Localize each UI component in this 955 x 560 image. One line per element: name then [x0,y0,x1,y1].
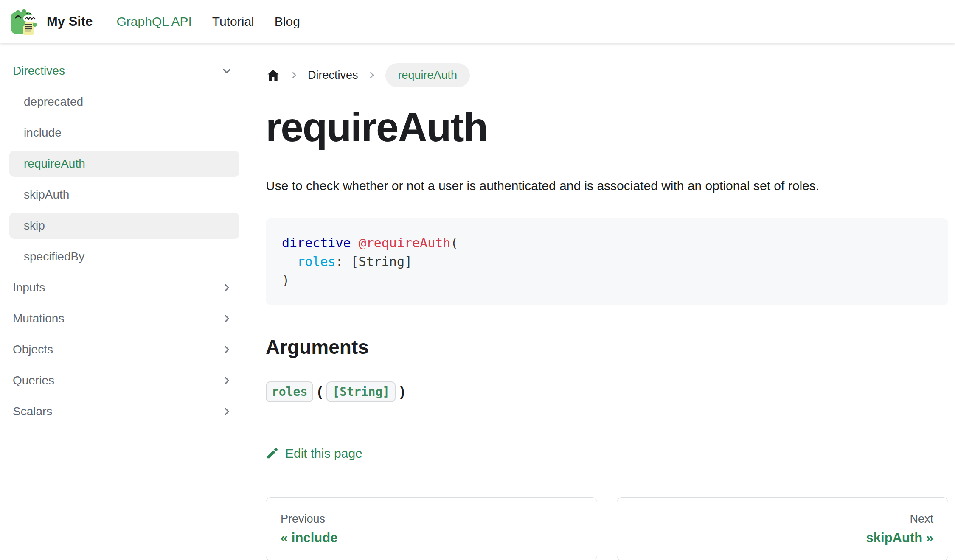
sidebar-category-objects[interactable]: Objects [9,336,239,363]
sidebar: Directives deprecated include requireAut… [0,43,251,560]
code-token-keyword: directive [282,235,351,250]
paren-open: ( [316,384,324,400]
breadcrumb: Directives requireAuth [266,63,948,87]
sidebar-item-label: specifiedBy [24,250,233,263]
chevron-right-icon[interactable] [221,406,233,417]
code-token-attr-name: roles [297,254,335,269]
sidebar-category-label: Inputs [13,281,221,294]
sidebar-category-queries[interactable]: Queries [9,367,239,394]
sidebar-item-label: deprecated [24,95,233,109]
code-token-plain [351,235,359,250]
code-token-directive-name: @requireAuth [359,235,451,250]
sidebar-category-label: Directives [13,64,221,78]
sidebar-category-directives[interactable]: Directives [9,58,239,84]
breadcrumb-current-page: requireAuth [385,63,470,87]
sidebar-item-deprecated[interactable]: deprecated [9,89,239,115]
paren-close: ) [398,384,406,400]
doc-pagination: Previous « include Next skipAuth » [266,497,948,560]
chevron-right-icon[interactable] [221,375,233,386]
chevron-right-icon[interactable] [221,313,233,325]
chevron-down-icon[interactable] [221,65,233,77]
edit-page-row: Edit this page [266,446,948,461]
code-graphql: directive @requireAuth( roles: [String] … [282,235,458,288]
argument-entry: roles ( [String] ) [266,381,948,402]
doc-content: Directives requireAuth requireAuth Use t… [251,43,955,560]
navbar: My Site GraphQL API Tutorial Blog [0,0,955,43]
pagination-previous-label: Previous [281,512,582,526]
nav-link-blog[interactable]: Blog [264,14,310,29]
sidebar-item-label: skip [24,219,233,232]
breadcrumb-item-directives[interactable]: Directives [308,69,358,82]
navbar-brand[interactable]: My Site [9,7,93,36]
sidebar-category-label: Scalars [13,405,221,418]
nav-link-tutorial[interactable]: Tutorial [202,14,264,29]
sidebar-item-skip[interactable]: skip [9,213,239,239]
pagination-next-title: skipAuth » [866,530,933,546]
sidebar-item-include[interactable]: include [9,120,239,146]
site-title: My Site [47,14,93,29]
arguments-heading: Arguments [266,336,948,358]
sidebar-category-label: Mutations [13,312,221,325]
pagination-previous-card[interactable]: Previous « include [266,497,597,560]
pagination-previous-title: « include [281,530,582,546]
pagination-next-label: Next [910,512,933,526]
sidebar-item-specifiedby[interactable]: specifiedBy [9,244,239,270]
chevron-right-icon [367,70,376,80]
sidebar-item-label: skipAuth [24,188,233,202]
argument-name-badge[interactable]: roles [266,381,313,402]
sidebar-item-label: requireAuth [24,157,233,171]
chevron-right-icon[interactable] [221,344,233,356]
sidebar-category-label: Queries [13,374,221,387]
site-logo-dino-icon [9,7,39,36]
code-block: directive @requireAuth( roles: [String] … [266,218,948,305]
nav-link-graphql-api[interactable]: GraphQL API [107,14,202,29]
sidebar-category-inputs[interactable]: Inputs [9,274,239,301]
edit-this-page-link[interactable]: Edit this page [285,446,362,461]
pagination-next-card[interactable]: Next skipAuth » [617,497,948,560]
argument-type-badge[interactable]: [String] [326,381,396,402]
sidebar-category-scalars[interactable]: Scalars [9,398,239,425]
sidebar-category-mutations[interactable]: Mutations [9,305,239,332]
pencil-icon [266,447,279,460]
sidebar-item-requireauth[interactable]: requireAuth [9,151,239,177]
chevron-right-icon[interactable] [221,282,233,294]
sidebar-item-label: include [24,126,233,140]
page-title: requireAuth [266,106,948,149]
page-description: Use to check whether or not a user is au… [266,177,948,195]
home-icon[interactable] [266,68,281,83]
sidebar-item-skipauth[interactable]: skipAuth [9,182,239,208]
chevron-right-icon [289,70,299,80]
sidebar-category-label: Objects [13,343,221,356]
